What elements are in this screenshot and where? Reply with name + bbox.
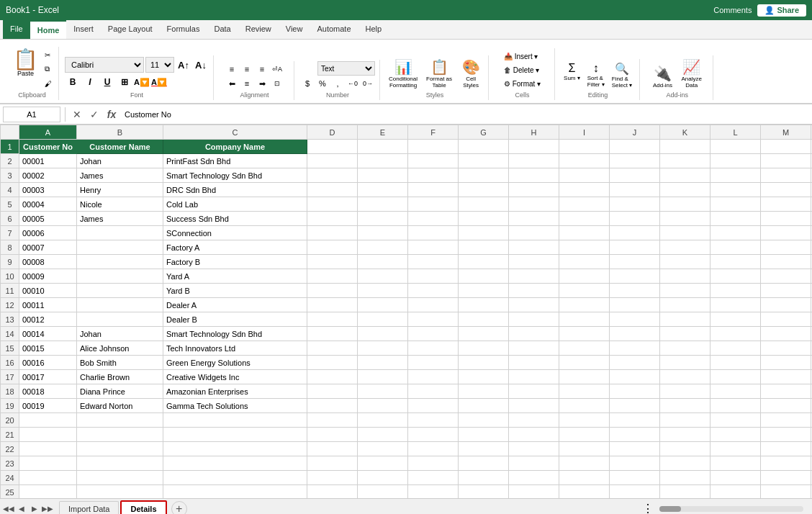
- cell-f23[interactable]: [408, 456, 459, 471]
- cell-j7[interactable]: [610, 226, 660, 240]
- cell-e23[interactable]: [358, 456, 408, 471]
- decrease-font-button[interactable]: A↓: [193, 57, 209, 73]
- sheet-first-button[interactable]: ◀◀: [3, 503, 14, 515]
- cell-l4[interactable]: [710, 183, 761, 197]
- underline-button[interactable]: U: [99, 74, 115, 90]
- cell-g7[interactable]: [459, 226, 509, 240]
- cell-g20[interactable]: [459, 413, 509, 428]
- cell-f5[interactable]: [408, 197, 459, 212]
- cell-b3[interactable]: James: [77, 168, 163, 183]
- cell-a20[interactable]: [19, 413, 77, 428]
- cell-m12[interactable]: [761, 298, 811, 312]
- cell-l19[interactable]: [710, 399, 761, 413]
- cell-i1[interactable]: [559, 140, 610, 154]
- cell-k3[interactable]: [660, 168, 710, 183]
- cell-g11[interactable]: [459, 284, 509, 298]
- italic-button[interactable]: I: [82, 74, 98, 90]
- cell-j16[interactable]: [610, 356, 660, 370]
- cell-k9[interactable]: [660, 255, 710, 269]
- cell-l10[interactable]: [710, 269, 761, 284]
- cell-e19[interactable]: [358, 399, 408, 413]
- col-header-a[interactable]: A: [19, 125, 77, 140]
- cell-c21[interactable]: [163, 428, 307, 442]
- cell-l3[interactable]: [710, 168, 761, 183]
- cell-j23[interactable]: [610, 456, 660, 471]
- cell-h11[interactable]: [509, 284, 559, 298]
- cell-j3[interactable]: [610, 168, 660, 183]
- cell-m25[interactable]: [761, 485, 811, 499]
- cell-g16[interactable]: [459, 356, 509, 370]
- cell-b15[interactable]: Alice Johnson: [77, 341, 163, 356]
- cell-j10[interactable]: [610, 269, 660, 284]
- cell-e1[interactable]: [358, 140, 408, 154]
- cell-j17[interactable]: [610, 370, 660, 384]
- cell-h16[interactable]: [509, 356, 559, 370]
- cell-c20[interactable]: [163, 413, 307, 428]
- cell-e8[interactable]: [358, 240, 408, 255]
- format-painter-button[interactable]: 🖌: [42, 77, 54, 90]
- cell-k2[interactable]: [660, 154, 710, 168]
- cell-l21[interactable]: [710, 428, 761, 442]
- cell-c12[interactable]: Dealer A: [163, 298, 307, 312]
- cell-b2[interactable]: Johan: [77, 154, 163, 168]
- cell-c5[interactable]: Cold Lab: [163, 197, 307, 212]
- cell-g9[interactable]: [459, 255, 509, 269]
- align-center-button[interactable]: ≡: [240, 77, 254, 90]
- cell-i18[interactable]: [559, 384, 610, 399]
- cell-h19[interactable]: [509, 399, 559, 413]
- cell-d5[interactable]: [307, 197, 358, 212]
- cell-g14[interactable]: [459, 327, 509, 341]
- cell-a5[interactable]: 00004: [19, 197, 77, 212]
- cell-i20[interactable]: [559, 413, 610, 428]
- cell-l15[interactable]: [710, 341, 761, 356]
- cell-k12[interactable]: [660, 298, 710, 312]
- percent-button[interactable]: %: [315, 77, 330, 90]
- cell-a13[interactable]: 00012: [19, 312, 77, 327]
- cell-a2[interactable]: 00001: [19, 154, 77, 168]
- cell-b6[interactable]: James: [77, 212, 163, 226]
- cell-g19[interactable]: [459, 399, 509, 413]
- cell-f22[interactable]: [408, 442, 459, 456]
- format-as-table-button[interactable]: 📋 Format asTable: [423, 57, 455, 90]
- cell-g8[interactable]: [459, 240, 509, 255]
- cell-styles-button[interactable]: 🎨 CellStyles: [458, 57, 484, 90]
- col-header-g[interactable]: G: [459, 125, 509, 140]
- copy-button[interactable]: ⧉: [42, 63, 54, 76]
- cell-e21[interactable]: [358, 428, 408, 442]
- cell-f2[interactable]: [408, 154, 459, 168]
- tab-insert[interactable]: Insert: [66, 20, 101, 39]
- cell-g10[interactable]: [459, 269, 509, 284]
- cell-k11[interactable]: [660, 284, 710, 298]
- cell-d12[interactable]: [307, 298, 358, 312]
- cell-c8[interactable]: Factory A: [163, 240, 307, 255]
- cell-a22[interactable]: [19, 442, 77, 456]
- sheet-last-button[interactable]: ▶▶: [42, 503, 53, 515]
- cell-m10[interactable]: [761, 269, 811, 284]
- cell-k6[interactable]: [660, 212, 710, 226]
- cell-k25[interactable]: [660, 485, 710, 499]
- cell-g21[interactable]: [459, 428, 509, 442]
- cell-b7[interactable]: [77, 226, 163, 240]
- cell-i6[interactable]: [559, 212, 610, 226]
- wrap-text-button[interactable]: ⏎A: [270, 63, 284, 76]
- cell-c24[interactable]: [163, 471, 307, 485]
- cell-a10[interactable]: 00009: [19, 269, 77, 284]
- cell-c14[interactable]: Smart Technology Sdn Bhd: [163, 327, 307, 341]
- cell-l9[interactable]: [710, 255, 761, 269]
- cell-f17[interactable]: [408, 370, 459, 384]
- cell-h4[interactable]: [509, 183, 559, 197]
- cell-k7[interactable]: [660, 226, 710, 240]
- cell-d23[interactable]: [307, 456, 358, 471]
- decrease-decimal-button[interactable]: 0→: [361, 77, 375, 90]
- cell-d19[interactable]: [307, 399, 358, 413]
- cell-m17[interactable]: [761, 370, 811, 384]
- cell-b25[interactable]: [77, 485, 163, 499]
- cell-f20[interactable]: [408, 413, 459, 428]
- cell-b14[interactable]: Johan: [77, 327, 163, 341]
- cell-b12[interactable]: [77, 298, 163, 312]
- cell-l12[interactable]: [710, 298, 761, 312]
- cell-b16[interactable]: Bob Smith: [77, 356, 163, 370]
- cell-k5[interactable]: [660, 197, 710, 212]
- cell-b10[interactable]: [77, 269, 163, 284]
- cell-l22[interactable]: [710, 442, 761, 456]
